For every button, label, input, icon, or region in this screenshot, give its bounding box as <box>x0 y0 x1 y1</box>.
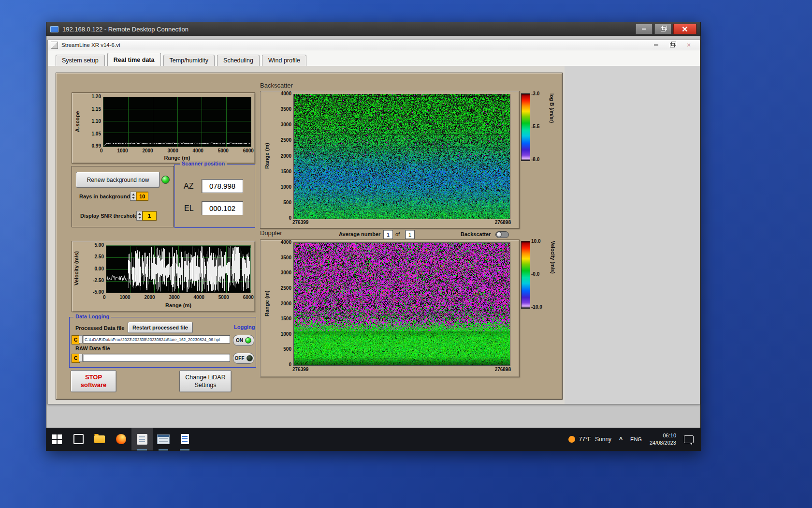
scan-schedule-button[interactable] <box>153 428 174 450</box>
snr-value-field[interactable]: 1 <box>142 211 157 221</box>
tick-label: 1000 <box>117 148 128 153</box>
labview-restore-button[interactable] <box>664 41 681 50</box>
clock[interactable]: 06:10 24/08/2023 <box>650 432 676 446</box>
tick-label: 2000 <box>281 301 291 306</box>
tab-system-setup[interactable]: System setup <box>56 55 105 66</box>
tick-label: 1000 <box>119 295 130 300</box>
tick-label: 5000 <box>218 148 229 153</box>
processed-path-field[interactable]: C:\LiDAR\Data\Proc\2023\202308\20230824\… <box>83 335 230 344</box>
rdp-minimize-button[interactable] <box>636 24 652 34</box>
tick-label: 1000 <box>281 185 291 190</box>
tab-label: Temp/humidity <box>170 57 209 64</box>
rdp-restore-button[interactable] <box>654 24 671 34</box>
backscatter-toggle[interactable] <box>495 231 509 238</box>
tick-label: 2000 <box>144 295 155 300</box>
ascope-x-axis-label: Range (m) <box>103 155 251 161</box>
raw-path-grip[interactable] <box>79 354 83 362</box>
document-app-button[interactable] <box>174 428 195 450</box>
front-panel: A-scope 1.201.151.101.050.99 01000200030… <box>56 73 563 400</box>
data-logging-group: Data Logging Processed Data file Restart… <box>69 317 256 368</box>
labview-titlebar[interactable]: StreamLine XR v14-6.vi ✕ <box>48 40 700 50</box>
weather-temp: 77°F <box>579 436 591 443</box>
close-icon: ✕ <box>682 25 688 34</box>
backscatter-heatmap <box>293 94 510 219</box>
weather-condition: Sunny <box>595 436 611 443</box>
task-view-button[interactable] <box>68 428 89 450</box>
start-button[interactable] <box>46 428 68 450</box>
velocity-plot-frame: Velocity (m/s) 5.002.500.00-2.50-5.00 01… <box>72 241 255 312</box>
labview-app-icon <box>137 434 147 445</box>
renew-background-button[interactable]: Renew background now <box>76 172 160 188</box>
labview-window: StreamLine XR v14-6.vi ✕ System setup Re… <box>47 40 700 404</box>
backscatter-toggle-label: Backscatter <box>461 231 491 237</box>
labview-close-button[interactable]: ✕ <box>681 41 697 50</box>
velocity-y-ticks: 5.002.500.00-2.50-5.00 <box>83 243 104 295</box>
tick-label: 4000 <box>281 91 291 96</box>
rays-value-field[interactable]: 10 <box>136 192 148 201</box>
stop-software-button[interactable]: STOP software <box>71 370 116 392</box>
firefox-icon <box>116 434 126 444</box>
tick-label: -2.50 <box>93 278 104 283</box>
az-label: AZ <box>184 182 193 191</box>
backscatter-plot-frame: Range (m) 400035003000250020001500100050… <box>260 91 520 229</box>
tick-label: -10.0 <box>531 305 542 310</box>
tick-label: 0 <box>100 148 103 153</box>
tick-label: 1500 <box>281 169 291 174</box>
tick-label: -0.0 <box>531 272 539 277</box>
rdp-close-button[interactable]: ✕ <box>673 24 696 34</box>
file-explorer-button[interactable] <box>89 428 110 450</box>
stop-line1: STOP <box>85 374 102 381</box>
tab-temp-humidity[interactable]: Temp/humidity <box>163 55 215 66</box>
folder-icon <box>94 435 105 443</box>
change-lidar-settings-button[interactable]: Change LiDAR Settings <box>179 370 232 392</box>
tab-label: Scheduling <box>223 57 253 64</box>
doppler-y-ticks: 40003500300025002000150010005000 <box>271 240 291 367</box>
weather-widget[interactable]: 77°F Sunny <box>568 436 612 443</box>
tab-wind-profile[interactable]: Wind profile <box>262 55 306 66</box>
minimize-icon <box>654 45 658 45</box>
tick-label: 1000 <box>281 332 291 337</box>
tick-label: -5.00 <box>93 290 104 295</box>
tick-label: 2000 <box>281 154 291 159</box>
tick-label: 1.10 <box>92 119 101 124</box>
tick-label: 500 <box>283 347 291 352</box>
labview-taskbar-button[interactable] <box>131 428 153 450</box>
rdp-window: 192.168.0.122 - Remote Desktop Connectio… <box>46 22 701 451</box>
raw-path-field[interactable] <box>83 354 230 362</box>
tick-label: 0 <box>289 216 291 221</box>
scanner-position-group: Scanner position AZ 078.998 EL 000.102 <box>174 164 255 228</box>
doppler-title: Doppler <box>260 229 282 237</box>
tray-chevron[interactable]: ^ <box>619 436 623 443</box>
clock-time: 06:10 <box>650 432 676 439</box>
tick-label: 2500 <box>281 138 291 143</box>
notification-icon[interactable] <box>684 435 694 443</box>
desktop-background: { "rdp_window": { "title": "192.168.0.12… <box>0 0 812 508</box>
doppler-plot-frame: Range (m) 400035003000250020001500100050… <box>260 239 520 377</box>
document-icon <box>181 434 189 444</box>
restore-icon <box>661 27 666 31</box>
average-count-field[interactable]: 1 <box>405 230 415 239</box>
taskbar: 77°F Sunny ^ ENG 06:10 24/08/2023 <box>46 428 700 450</box>
front-panel-area: A-scope 1.201.151.101.050.99 01000200030… <box>48 66 700 404</box>
tab-real-time-data[interactable]: Real time data <box>107 53 161 66</box>
doppler-x-ticks: 276399 276898 <box>292 367 511 372</box>
data-logging-title: Data Logging <box>73 314 111 319</box>
rdp-title: 192.168.0.122 - Remote Desktop Connectio… <box>62 26 188 33</box>
average-number-field[interactable]: 1 <box>383 230 393 239</box>
tab-scheduling[interactable]: Scheduling <box>217 55 260 66</box>
restart-processed-file-button[interactable]: Restart processed file <box>128 322 193 333</box>
scan-schedule-icon <box>157 434 170 444</box>
background-led <box>161 176 170 184</box>
tick-label: 0 <box>103 295 106 300</box>
tick-label: 1.15 <box>92 107 101 112</box>
settings-line1: Change LiDAR <box>185 374 225 381</box>
processed-logging-on-button[interactable]: ON <box>233 335 254 346</box>
rdp-titlebar[interactable]: 192.168.0.122 - Remote Desktop Connectio… <box>46 22 700 36</box>
firefox-button[interactable] <box>110 428 131 450</box>
labview-minimize-button[interactable] <box>648 41 664 50</box>
sun-icon <box>568 436 575 443</box>
processed-path-grip[interactable] <box>79 335 83 344</box>
raw-logging-off-button[interactable]: OFF <box>233 353 254 364</box>
tick-label: 4000 <box>281 240 291 245</box>
language-indicator[interactable]: ENG <box>630 436 642 442</box>
